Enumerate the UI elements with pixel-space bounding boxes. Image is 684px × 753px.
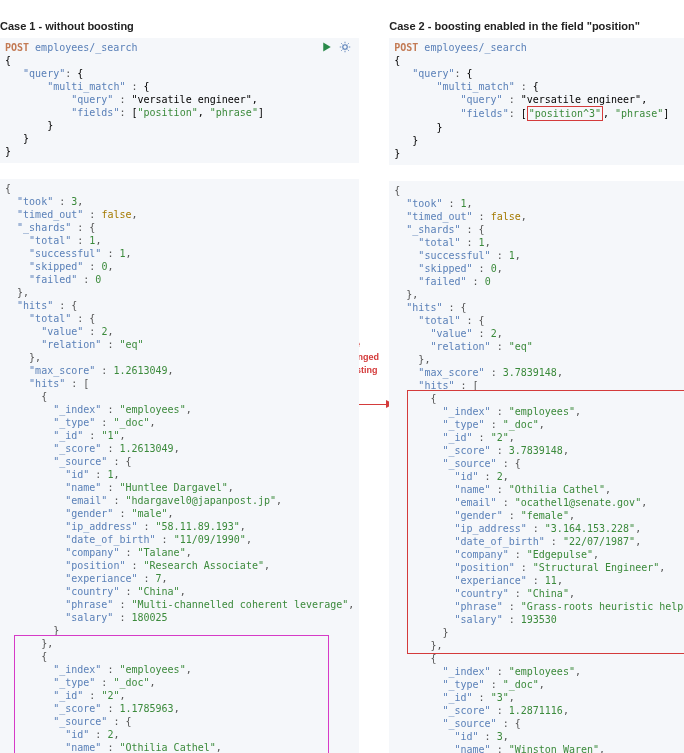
- run-icon[interactable]: [321, 41, 333, 53]
- case2-result-box: { "took" : 1, "timed_out" : false, "_sha…: [389, 181, 684, 753]
- case2-column: Case 2 - boosting enabled in the field "…: [389, 20, 684, 753]
- case1-title: Case 1 - without boosting: [0, 20, 359, 32]
- http-verb: POST: [5, 41, 29, 54]
- http-verb: POST: [394, 41, 418, 54]
- request-body[interactable]: { "query": { "multi_match" : { "query" :…: [394, 54, 684, 160]
- case2-title: Case 2 - boosting enabled in the field "…: [389, 20, 684, 32]
- case1-result-box: { "took" : 3, "timed_out" : false, "_sha…: [0, 179, 359, 753]
- case1-column: Case 1 - without boosting POST employees…: [0, 20, 359, 753]
- highlight-second-hit: [14, 635, 329, 753]
- svg-point-1: [343, 45, 348, 50]
- case1-query-box: POST employees/_search { "query": { "mul…: [0, 38, 359, 163]
- svg-marker-0: [324, 43, 332, 52]
- settings-icon[interactable]: [339, 41, 351, 53]
- http-path: employees/_search: [424, 41, 526, 54]
- query-line: POST employees/_search: [5, 41, 354, 54]
- highlight-first-hit: [407, 390, 684, 654]
- query-line: POST employees/_search: [394, 41, 684, 54]
- request-body[interactable]: { "query": { "multi_match" : { "query" :…: [5, 54, 354, 158]
- case2-query-box: POST employees/_search { "query": { "mul…: [389, 38, 684, 165]
- http-path: employees/_search: [35, 41, 137, 54]
